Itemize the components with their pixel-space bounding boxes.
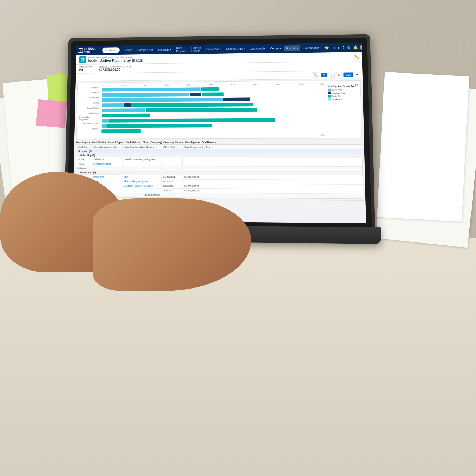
nav-home[interactable]: Home (122, 47, 134, 53)
search-box[interactable]: 🔍 Search... (102, 47, 120, 53)
status-badge-active-2: Active (77, 163, 85, 166)
link-bowie-deal[interactable]: The Bowie Q416 (Sale) (124, 180, 148, 183)
nav-reports-label: Reports (286, 47, 296, 50)
td-deal-1: Salesforce Tower Q316 (Sale) (123, 157, 162, 162)
chart-body: Prospect Proposal Underwrite Listing Sur… (79, 83, 359, 136)
nav-companies[interactable]: Companies ▾ (135, 47, 155, 52)
spaces-chevron-icon: ▾ (244, 48, 245, 50)
nav-home-label: Home (125, 48, 132, 52)
pencil-icon[interactable]: ✏️ (354, 55, 359, 59)
table-grouping-row: Deal Stage ▾ Deal Pipeline: Record Type … (74, 140, 364, 145)
bell-icon[interactable]: 🔔 (353, 45, 359, 50)
link-dropbox-winter[interactable]: Dropbox - Winter 15 (Lease) (124, 185, 154, 187)
link-salesforce[interactable]: Salesforce (93, 158, 104, 161)
refresh-icon[interactable]: ↻ (336, 72, 342, 78)
y-label-loi: LOI/Offers (79, 111, 100, 116)
nav-geosearch[interactable]: GEOsearch (248, 46, 267, 51)
help-icon[interactable]: ? (342, 45, 345, 50)
grand-total-commission: $1,290,000.00 (143, 193, 175, 197)
bar-survey-buyer (102, 108, 145, 112)
td-client-1: Salesforce (91, 157, 123, 162)
link-test-deal[interactable]: Test (124, 176, 128, 178)
search-placeholder: Search... (108, 49, 118, 52)
edit-button[interactable]: Edit (343, 72, 353, 77)
reports-chevron-icon: ▾ (297, 47, 298, 49)
nav-reports[interactable]: Reports ▾ (284, 45, 300, 51)
y-label-proposal: Proposal (80, 90, 100, 95)
nav-comps[interactable]: Comps ▾ (268, 46, 283, 51)
y-label-lease: Lease Execution (79, 121, 99, 126)
td-commission-1 (183, 157, 214, 162)
bar-listing (102, 102, 324, 108)
nav-properties[interactable]: Properties ▾ (204, 46, 223, 52)
y-label-listing: Listing (79, 100, 100, 106)
svg-rect-5 (81, 60, 83, 61)
chart-max-label: 7.7a (101, 134, 324, 136)
filter-deal-stage[interactable]: Deal Stage ▾ (76, 141, 90, 144)
nav-contacts-label: Contacts (158, 48, 169, 51)
data-table: Deal Status ▾ Client (Company): Company … (75, 144, 363, 199)
td-close-4: 8/14/2024 (162, 179, 183, 184)
chart-settings-icon[interactable]: ⚙ (355, 83, 358, 87)
filter-company-name[interactable]: Client (Company): Company Name ▾ (143, 141, 183, 144)
legend-buyer-rep: Buyer Rep (328, 88, 356, 91)
td-commission-g2: $2,200,000.00 (182, 189, 214, 193)
y-label-closed: Closed (79, 126, 99, 131)
legend-landlord-rep: Landlord Rep (328, 91, 356, 94)
svg-text:B: B (80, 50, 81, 52)
sticky-note-pink (36, 99, 67, 128)
x-label-1.4m: 1.4m (143, 84, 147, 86)
td-status-1: Active (76, 157, 92, 162)
bar-underwrite-landlord (223, 97, 250, 101)
nav-icons-right: ⭐ ⊞ + ? ⚙ 🔔 👤 (324, 45, 365, 50)
grand-total-close (122, 193, 143, 197)
search-toolbar-icon[interactable]: 🔍 (312, 72, 319, 78)
plus-icon[interactable]: + (337, 45, 340, 50)
legend-tenant-rep-color (328, 98, 331, 101)
avatar-icon[interactable]: 👤 (360, 45, 365, 50)
bar-underwrite (102, 97, 324, 103)
filter-deal-status[interactable]: Deal Status ▾ (126, 141, 141, 144)
nav-contacts[interactable]: Contacts ▾ (156, 47, 173, 52)
nav-spaces-units-label: Spaces/Units (226, 47, 243, 50)
subgroup-seller-rep: Seller Rep (3) (76, 153, 362, 157)
settings-icon[interactable]: ⚙ (347, 45, 351, 50)
y-label-prospect: Prospect (80, 85, 100, 90)
filter-icon[interactable]: ▽ (329, 72, 335, 78)
bar-underwrite-buyer (102, 98, 223, 102)
x-label-4.2m: 4.2m (231, 84, 235, 86)
bar-proposal-buyer (102, 93, 190, 97)
th-commission: Deal Commission (Gross) ▾ (183, 145, 214, 149)
link-salesforce-deal[interactable]: Salesforce Tower Q316 (Sale) (124, 158, 155, 161)
total-records-stat: Total Records 24 (79, 65, 93, 72)
nav-deal-pipeline[interactable]: Deal Pipeline (174, 45, 188, 54)
filter-record-type[interactable]: Deal Pipeline: Record Type ▾ (92, 141, 124, 144)
bar-prospect-buyer (102, 87, 200, 91)
nav-rethink-search[interactable]: Rethink Search (189, 45, 203, 54)
x-label-6.3m: 6.3m (298, 83, 303, 85)
y-label-escrow: Escrow/Due Diligence (79, 116, 100, 121)
link-pm-realty[interactable]: PM Realty Group (93, 163, 111, 165)
bar-loi-tenant (102, 114, 150, 118)
td-client-3: Blackstone (91, 175, 122, 179)
group-prospect: Prospect (8) (76, 149, 362, 153)
bar-proposal-tenant (202, 92, 224, 96)
td-close-g1: 9/20/2022 (162, 184, 183, 188)
nav-spaces-units[interactable]: Spaces/Units ▾ (224, 46, 247, 51)
bar-loi (102, 112, 324, 118)
dropdown-arrow-icon[interactable]: ▾ (355, 72, 359, 77)
nav-dashboards[interactable]: Dashboards ▾ (301, 45, 323, 51)
contacts-chevron-icon: ▾ (170, 48, 171, 51)
bar-listing-tenant (131, 103, 253, 107)
search-icon: 🔍 (104, 49, 107, 52)
table-view-button[interactable]: ⊞ (321, 73, 328, 77)
table-row: Active PM Realty Group (76, 162, 362, 167)
paper-right-2 (377, 72, 469, 222)
link-blackstone[interactable]: Blackstone (93, 176, 104, 178)
td-commission-g1: $1,200,000.00 (182, 184, 214, 189)
grid-icon[interactable]: ⊞ (331, 45, 336, 50)
subtotal-commission-seller (143, 166, 175, 171)
td-deal-3: Test (122, 175, 162, 179)
filter-deal-name[interactable]: Deal Pipeline: Deal Name ▾ (185, 141, 216, 144)
star-icon[interactable]: ⭐ (324, 45, 330, 51)
